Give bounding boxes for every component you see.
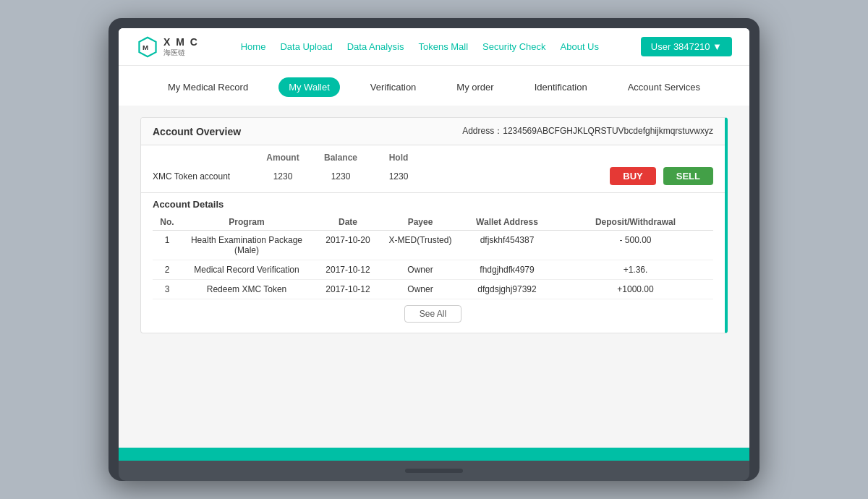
- see-all-button[interactable]: See All: [404, 305, 461, 323]
- address-value: 1234569ABCFGHJKLQRSTUVbcdefghijkmqrstuvw…: [503, 126, 713, 136]
- th-date: Date: [312, 217, 384, 227]
- nav-tokens-mall[interactable]: Tokens Mall: [418, 41, 468, 52]
- account-details-section: Account Details No. Program Date Payee W…: [141, 192, 725, 333]
- account-overview-title: Account Overview: [153, 126, 241, 137]
- table-row: 3 Redeem XMC Token 2017-10-12 Owner dfgd…: [153, 280, 713, 299]
- account-details-title: Account Details: [153, 193, 713, 214]
- th-deposit: Deposit/Withdrawal: [558, 217, 713, 227]
- table-row: 1 Health Examination Package (Male) 2017…: [153, 231, 713, 260]
- footer-bar: [119, 448, 749, 461]
- td-wallet: dfjskhf454387: [456, 235, 558, 255]
- td-amount: +1.36.: [558, 265, 713, 275]
- tabs-bar: My Medical Record My Wallet Verification…: [119, 66, 749, 106]
- td-amount: +1000.00: [558, 284, 713, 294]
- table-row: 2 Medical Record Verification 2017-10-12…: [153, 260, 713, 280]
- tab-verification[interactable]: Verification: [360, 77, 427, 97]
- logo-subtext: 海医链: [163, 48, 199, 58]
- nav-security-check[interactable]: Security Check: [482, 41, 545, 52]
- col-header-balance: Balance: [312, 153, 370, 163]
- td-program: Redeem XMC Token: [182, 284, 312, 294]
- td-payee: X-MED(Trusted): [384, 235, 456, 255]
- tab-account-services[interactable]: Account Services: [618, 77, 710, 97]
- td-no: 2: [153, 265, 182, 275]
- nav-home[interactable]: Home: [241, 41, 266, 52]
- td-wallet: fhdgjhdfk4979: [456, 265, 558, 275]
- see-all-row: See All: [153, 299, 713, 325]
- td-program: Health Examination Package (Male): [182, 235, 312, 255]
- logo: M X M C 海医链: [136, 35, 199, 59]
- td-payee: Owner: [384, 265, 456, 275]
- nav-data-analysis[interactable]: Data Analysis: [347, 41, 404, 52]
- tab-my-medical-record[interactable]: My Medical Record: [158, 77, 258, 97]
- th-program: Program: [182, 217, 312, 227]
- tab-my-wallet[interactable]: My Wallet: [278, 77, 340, 97]
- logo-text: X M C: [163, 36, 199, 48]
- account-overview-header: Account Overview Address：1234569ABCFGHJK…: [141, 118, 725, 145]
- token-account-row: XMC Token account 1230 1230 1230 BUY SEL…: [153, 167, 713, 185]
- table-body: 1 Health Examination Package (Male) 2017…: [153, 231, 713, 299]
- col-header-hold: Hold: [370, 153, 427, 163]
- td-payee: Owner: [384, 284, 456, 294]
- main-content: Account Overview Address：1234569ABCFGHJK…: [119, 106, 749, 448]
- td-no: 3: [153, 284, 182, 294]
- nav-about-us[interactable]: About Us: [561, 41, 599, 52]
- laptop-notch: [405, 469, 463, 473]
- token-account-label: XMC Token account: [153, 171, 254, 182]
- laptop-base: [119, 461, 749, 481]
- token-hold: 1230: [370, 171, 427, 182]
- token-section: Amount Balance Hold XMC Token account 12…: [141, 145, 725, 192]
- logo-icon: M: [136, 35, 159, 59]
- header: M X M C 海医链 Home Data Upload Data Analys…: [119, 28, 749, 66]
- col-header-amount: Amount: [254, 153, 312, 163]
- svg-text:M: M: [142, 43, 148, 51]
- tab-my-order[interactable]: My order: [446, 77, 503, 97]
- th-wallet: Wallet Address: [456, 217, 558, 227]
- tab-identification[interactable]: Identification: [524, 77, 597, 97]
- token-amount: 1230: [254, 171, 312, 182]
- user-button[interactable]: User 3847210 ▼: [641, 37, 732, 56]
- td-date: 2017-10-12: [312, 265, 384, 275]
- th-payee: Payee: [384, 217, 456, 227]
- td-amount: - 500.00: [558, 235, 713, 255]
- td-wallet: dfgdsjghj97392: [456, 284, 558, 294]
- table-header: No. Program Date Payee Wallet Address De…: [153, 214, 713, 231]
- address-label: Address：: [462, 126, 503, 136]
- account-address: Address：1234569ABCFGHJKLQRSTUVbcdefghijk…: [462, 125, 713, 137]
- td-date: 2017-10-12: [312, 284, 384, 294]
- token-actions: BUY SELL: [610, 167, 713, 185]
- td-program: Medical Record Verification: [182, 265, 312, 275]
- td-date: 2017-10-20: [312, 235, 384, 255]
- buy-button[interactable]: BUY: [610, 167, 655, 185]
- token-balance: 1230: [312, 171, 370, 182]
- main-nav: Home Data Upload Data Analysis Tokens Ma…: [241, 41, 599, 52]
- account-card: Account Overview Address：1234569ABCFGHJK…: [140, 117, 728, 333]
- td-no: 1: [153, 235, 182, 255]
- th-no: No.: [153, 217, 182, 227]
- nav-data-upload[interactable]: Data Upload: [280, 41, 332, 52]
- sell-button[interactable]: SELL: [663, 167, 713, 185]
